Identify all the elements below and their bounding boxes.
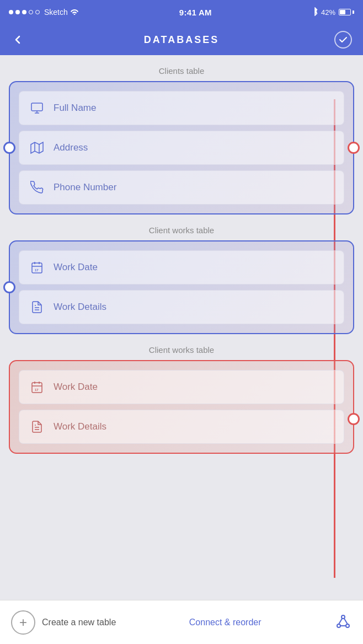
wifi-icon [70, 8, 79, 17]
field-label-full-name: Full Name [54, 103, 96, 114]
section-clients-table: Clients table Full Name Address [9, 66, 354, 214]
document-icon-1 [28, 298, 46, 316]
svg-line-24 [344, 619, 348, 624]
field-full-name: Full Name [19, 91, 344, 125]
field-label-address: Address [54, 142, 88, 153]
field-work-details-2: Work Details [19, 410, 344, 444]
bluetooth-icon [312, 7, 318, 18]
add-circle-icon: + [11, 610, 35, 635]
status-time: 9:41 AM [179, 8, 212, 17]
calendar-icon-1: 17 [28, 259, 46, 276]
phone-icon [28, 179, 46, 196]
svg-text:17: 17 [35, 269, 39, 272]
signal-dot-3 [22, 10, 26, 14]
section-client-works-blue: Client works table 17 Work Date Work Det… [9, 226, 354, 334]
field-address: Address [19, 131, 344, 165]
connector-right-clients [348, 142, 360, 154]
main-content: Clients table Full Name Address [0, 55, 363, 600]
signal-dots [9, 10, 40, 14]
field-label-work-details-2: Work Details [54, 421, 106, 432]
svg-marker-3 [31, 142, 43, 153]
document-icon-2 [28, 418, 46, 436]
field-work-date-2: 17 Work Date [19, 370, 344, 404]
battery-percentage: 42% [321, 8, 335, 17]
back-button[interactable] [11, 33, 24, 46]
calendar-icon-2: 17 [28, 378, 46, 396]
status-left: Sketch [9, 8, 79, 17]
field-label-phone: Phone Number [54, 182, 116, 193]
table-card-clients: Full Name Address Phone Number [9, 81, 354, 214]
network-graph-icon[interactable] [334, 613, 352, 632]
section-label-works-red: Client works table [9, 345, 354, 355]
section-label-works-blue: Client works table [9, 226, 354, 235]
connector-left-works [3, 281, 15, 293]
add-table-label: Create a new table [42, 618, 116, 627]
confirm-button[interactable] [334, 31, 352, 49]
monitor-icon [28, 99, 46, 117]
field-label-work-details-1: Work Details [54, 302, 106, 313]
svg-line-23 [339, 619, 342, 624]
map-icon [28, 139, 46, 157]
signal-dot-5 [35, 10, 40, 14]
connect-reorder-button[interactable]: Connect & reorder [189, 618, 261, 627]
field-label-work-date-1: Work Date [54, 262, 98, 273]
section-label-clients: Clients table [9, 66, 354, 76]
connector-left-clients [3, 142, 15, 154]
signal-dot-2 [15, 10, 20, 14]
status-right: 42% [312, 7, 354, 18]
connector-right-works-red [348, 413, 360, 425]
table-card-works-red: 17 Work Date Work Details [9, 360, 354, 454]
add-table-button[interactable]: + Create a new table [11, 610, 116, 635]
nav-bar: DATABASES [0, 24, 363, 55]
field-work-details-1: Work Details [19, 290, 344, 324]
field-work-date-1: 17 Work Date [19, 250, 344, 285]
status-bar: Sketch 9:41 AM 42% [0, 0, 363, 24]
bottom-bar: + Create a new table Connect & reorder [0, 600, 363, 644]
field-label-work-date-2: Work Date [54, 382, 98, 393]
signal-dot-1 [9, 10, 13, 14]
section-client-works-red: Client works table 17 Work Date Work Det… [9, 345, 354, 454]
page-title: DATABASES [144, 34, 219, 46]
carrier-label: Sketch [44, 8, 68, 17]
battery-icon [339, 9, 354, 15]
field-phone-number: Phone Number [19, 170, 344, 205]
signal-dot-4 [29, 10, 33, 14]
svg-text:17: 17 [35, 388, 39, 391]
svg-rect-0 [31, 103, 42, 111]
table-card-works-blue: 17 Work Date Work Details [9, 240, 354, 334]
